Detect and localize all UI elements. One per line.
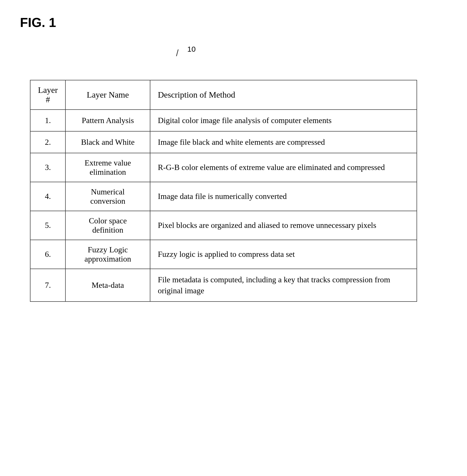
row-2-number: 2.: [30, 131, 65, 153]
header-layer-num: Layer #: [30, 80, 65, 110]
row-3-number: 3.: [30, 153, 65, 182]
row-1-name: Pattern Analysis: [65, 110, 150, 131]
row-7-description: File metadata is computed, including a k…: [150, 269, 417, 302]
row-6-number: 6.: [30, 240, 65, 269]
main-table-wrapper: Layer # Layer Name Description of Method…: [30, 80, 447, 302]
row-1-number: 1.: [30, 110, 65, 131]
row-5-description: Pixel blocks are organized and aliased t…: [150, 211, 417, 240]
diagram-container: 10 / Layer # Layer Name Description of M…: [30, 45, 447, 302]
row-4-description: Image data file is numerically converted: [150, 182, 417, 211]
fig-title: FIG. 1: [20, 15, 447, 30]
row-3-name: Extreme value elimination: [65, 153, 150, 182]
table-header-row: Layer # Layer Name Description of Method: [30, 80, 417, 110]
table-row: 7.Meta-dataFile metadata is computed, in…: [30, 269, 417, 302]
table-row: 3.Extreme value eliminationR-G-B color e…: [30, 153, 417, 182]
row-1-description: Digital color image file analysis of com…: [150, 110, 417, 131]
table-row: 2.Black and WhiteImage file black and wh…: [30, 131, 417, 153]
layer-table: Layer # Layer Name Description of Method…: [30, 80, 417, 302]
header-description: Description of Method: [150, 80, 417, 110]
table-row: 5.Color space definitionPixel blocks are…: [30, 211, 417, 240]
row-4-name: Numerical conversion: [65, 182, 150, 211]
row-3-description: R-G-B color elements of extreme value ar…: [150, 153, 417, 182]
top-bracket: /: [176, 48, 179, 58]
table-row: 4.Numerical conversionImage data file is…: [30, 182, 417, 211]
row-7-number: 7.: [30, 269, 65, 302]
row-7-name: Meta-data: [65, 269, 150, 302]
table-row: 1.Pattern AnalysisDigital color image fi…: [30, 110, 417, 131]
row-5-number: 5.: [30, 211, 65, 240]
top-ref-number: 10: [187, 45, 196, 53]
row-5-name: Color space definition: [65, 211, 150, 240]
row-6-name: Fuzzy Logic approximation: [65, 240, 150, 269]
row-2-description: Image file black and white elements are …: [150, 131, 417, 153]
row-6-description: Fuzzy logic is applied to compress data …: [150, 240, 417, 269]
header-layer-name: Layer Name: [65, 80, 150, 110]
table-row: 6.Fuzzy Logic approximationFuzzy logic i…: [30, 240, 417, 269]
row-2-name: Black and White: [65, 131, 150, 153]
row-4-number: 4.: [30, 182, 65, 211]
